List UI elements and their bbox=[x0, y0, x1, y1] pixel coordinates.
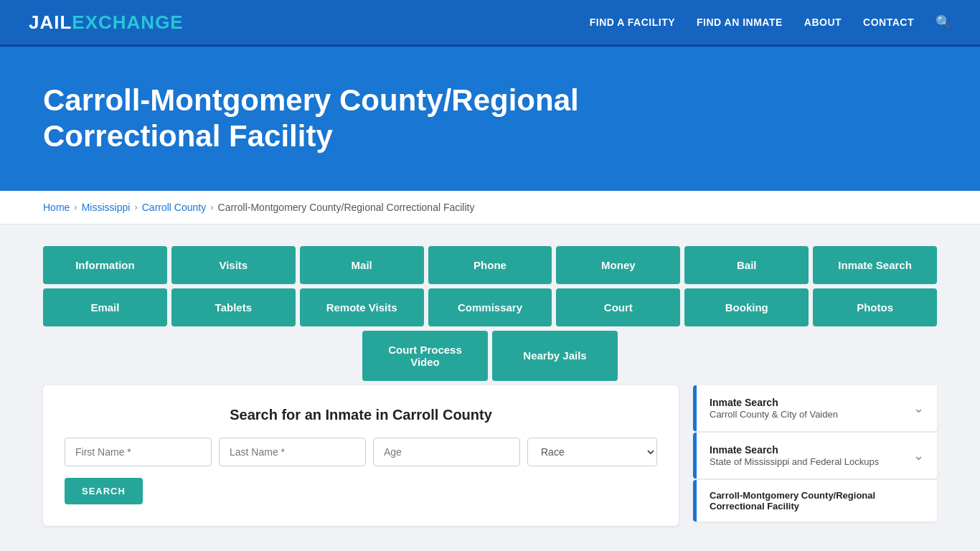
btn-court[interactable]: Court bbox=[556, 288, 680, 326]
btn-inmate-search[interactable]: Inmate Search bbox=[813, 246, 937, 284]
chevron-down-icon-1: ⌄ bbox=[913, 400, 924, 416]
search-button[interactable]: SEARCH bbox=[65, 478, 143, 504]
site-header: JAILEXCHANGE FIND A FACILITY FIND AN INM… bbox=[0, 0, 980, 47]
sidebar-card-2-title: Inmate Search State of Mississippi and F… bbox=[710, 444, 879, 467]
breadcrumb-sep-2: › bbox=[134, 202, 137, 212]
sidebar-card-3: Carroll-Montgomery County/Regional Corre… bbox=[693, 480, 937, 522]
breadcrumb-sep-1: › bbox=[74, 202, 77, 212]
sidebar-card-3-title: Carroll-Montgomery County/Regional Corre… bbox=[710, 490, 924, 512]
sidebar-card-1-title: Inmate Search Carroll County & City of V… bbox=[710, 397, 838, 420]
btn-phone[interactable]: Phone bbox=[428, 246, 552, 284]
btn-money[interactable]: Money bbox=[556, 246, 680, 284]
breadcrumb-carroll-county[interactable]: Carroll County bbox=[142, 202, 206, 213]
age-input[interactable] bbox=[373, 438, 520, 466]
nav-find-inmate[interactable]: FIND AN INMATE bbox=[697, 17, 783, 28]
nav-contact[interactable]: CONTACT bbox=[863, 17, 914, 28]
sidebar-card-3-content: Carroll-Montgomery County/Regional Corre… bbox=[693, 480, 937, 522]
first-name-input[interactable] bbox=[65, 438, 212, 466]
btn-visits[interactable]: Visits bbox=[171, 246, 296, 284]
sidebar-card-2: Inmate Search State of Mississippi and F… bbox=[693, 433, 937, 479]
last-name-input[interactable] bbox=[219, 438, 366, 466]
btn-photos[interactable]: Photos bbox=[813, 288, 937, 326]
btn-information[interactable]: Information bbox=[43, 246, 167, 284]
chevron-down-icon-2: ⌄ bbox=[913, 448, 924, 463]
btn-email[interactable]: Email bbox=[43, 288, 167, 326]
site-logo[interactable]: JAILEXCHANGE bbox=[29, 11, 184, 34]
breadcrumb: Home › Mississippi › Carroll County › Ca… bbox=[0, 191, 980, 225]
btn-bail[interactable]: Bail bbox=[684, 246, 809, 284]
btn-court-process-video[interactable]: Court Process Video bbox=[362, 331, 488, 381]
main-nav: FIND A FACILITY FIND AN INMATE ABOUT CON… bbox=[590, 14, 951, 30]
btn-booking[interactable]: Booking bbox=[684, 288, 809, 326]
sidebar-card-1-header[interactable]: Inmate Search Carroll County & City of V… bbox=[693, 385, 937, 431]
race-select[interactable]: Race White Black Hispanic Asian Other bbox=[527, 438, 657, 466]
page-title: Carroll-Montgomery County/Regional Corre… bbox=[43, 83, 689, 155]
search-icon[interactable]: 🔍 bbox=[936, 14, 951, 30]
btn-tablets[interactable]: Tablets bbox=[171, 288, 296, 326]
search-fields: Race White Black Hispanic Asian Other bbox=[65, 438, 657, 466]
hero-section: Carroll-Montgomery County/Regional Corre… bbox=[0, 47, 980, 191]
content-row: Search for an Inmate in Carroll County R… bbox=[43, 385, 937, 526]
sidebar: Inmate Search Carroll County & City of V… bbox=[693, 385, 937, 523]
breadcrumb-home[interactable]: Home bbox=[43, 202, 70, 213]
btn-commissary[interactable]: Commissary bbox=[428, 288, 552, 326]
btn-mail[interactable]: Mail bbox=[300, 246, 424, 284]
btn-nearby-jails[interactable]: Nearby Jails bbox=[492, 331, 618, 381]
nav-about[interactable]: ABOUT bbox=[804, 17, 842, 28]
sidebar-card-2-header[interactable]: Inmate Search State of Mississippi and F… bbox=[693, 433, 937, 479]
inmate-search-box: Search for an Inmate in Carroll County R… bbox=[43, 385, 679, 526]
sidebar-card-1: Inmate Search Carroll County & City of V… bbox=[693, 385, 937, 431]
main-content: Information Visits Mail Phone Money Bail… bbox=[0, 225, 980, 547]
breadcrumb-current: Carroll-Montgomery County/Regional Corre… bbox=[218, 202, 475, 213]
btn-remote-visits[interactable]: Remote Visits bbox=[300, 288, 424, 326]
button-row-1: Information Visits Mail Phone Money Bail… bbox=[43, 246, 937, 284]
button-row-3: Court Process Video Nearby Jails bbox=[43, 331, 937, 381]
nav-find-facility[interactable]: FIND A FACILITY bbox=[590, 17, 675, 28]
button-row-2: Email Tablets Remote Visits Commissary C… bbox=[43, 288, 937, 326]
breadcrumb-sep-3: › bbox=[210, 202, 213, 212]
breadcrumb-mississippi[interactable]: Mississippi bbox=[82, 202, 131, 213]
search-title: Search for an Inmate in Carroll County bbox=[65, 407, 657, 423]
